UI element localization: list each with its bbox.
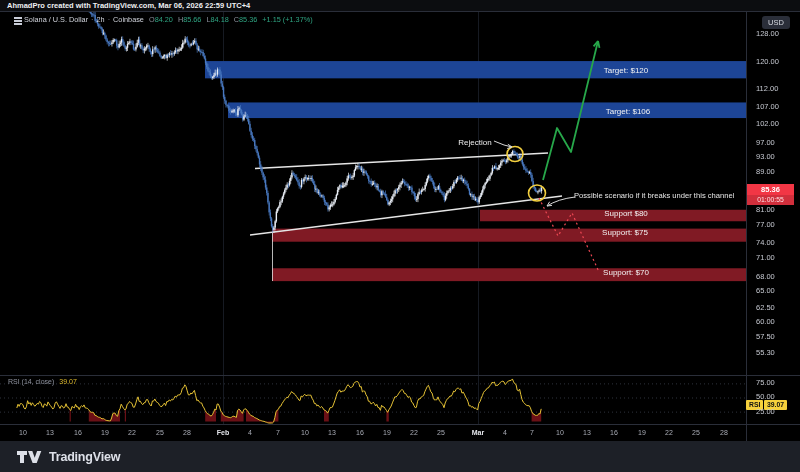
level-label-4: Support: $70 [603,268,649,277]
time-tick: 25 [437,429,445,436]
price-tick: 128.00 [756,29,779,38]
rejection-annotation: Rejection [458,138,491,147]
scenario-annotation: Possible scenario if it breaks under thi… [574,191,734,200]
price-tick: 107.00 [756,102,779,111]
attribution-text: AhmadPro created with TradingView.com, M… [7,1,250,10]
time-tick: 25 [156,429,164,436]
symbol-legend: Solana / U.S. Dollar·2h·CoinbaseO84.20H8… [24,15,313,24]
interval-label[interactable]: 2h [97,15,105,24]
time-tick: 25 [692,429,700,436]
price-tick: 50.00 [756,392,775,401]
time-tick: 22 [410,429,418,436]
time-tick: 4 [503,429,507,436]
price-tick: 55.30 [756,348,775,357]
exchange-label: Coinbase [113,15,144,24]
level-label-1: Target: $106 [606,107,650,116]
rsi-value: 39.07 [59,378,77,385]
time-tick: 13 [583,429,591,436]
price-tick: 89.00 [756,167,775,176]
price-tick: 93.00 [756,152,775,161]
time-tick: 19 [101,429,109,436]
price-tick: 97.00 [756,138,775,147]
symbol-name[interactable]: Solana / U.S. Dollar [24,15,88,24]
price-tick: 112.00 [756,84,778,93]
footer-bar: TradingView [0,441,800,472]
time-tick: 10 [301,429,309,436]
time-tick: 7 [530,429,534,436]
price-tick: 65.00 [756,286,775,295]
price-tick: 81.00 [756,205,775,214]
low-value: 84.18 [211,15,229,24]
price-tick: 62.50 [756,303,775,312]
rsi-indicator-legend[interactable]: RSI (14, close)39.07 [8,378,77,385]
time-tick: 16 [74,429,82,436]
close-value: 85.36 [239,15,257,24]
time-tick: 4 [248,429,252,436]
time-tick: 16 [610,429,618,436]
open-value: 84.20 [155,15,173,24]
price-axis[interactable]: USD 85.36 01:00:55 RSI 39.07 128.00120.0… [746,0,800,441]
price-tick: 60.00 [756,317,775,326]
time-tick: 13 [328,429,336,436]
time-tick: 22 [128,429,136,436]
level-label-0: Target: $120 [604,66,648,75]
chart-canvas[interactable] [0,0,800,472]
price-tick: 75.00 [756,378,775,387]
solana-logo-icon [14,17,22,25]
time-tick: 16 [356,429,364,436]
time-tick: 19 [383,429,391,436]
price-tick: 68.00 [756,272,775,281]
price-tick: 77.00 [756,220,775,229]
time-tick: Feb [217,429,229,436]
usd-button[interactable]: USD [762,16,790,29]
time-tick: 10 [19,429,27,436]
tradingview-chart-window: AhmadPro created with TradingView.com, M… [0,0,800,472]
price-tick: 74.00 [756,238,775,247]
bar-countdown: 01:00:55 [747,195,794,205]
time-tick: 19 [638,429,646,436]
time-tick: 10 [556,429,564,436]
price-tick: 25.00 [756,407,775,416]
level-label-3: Support: $75 [602,228,648,237]
time-tick: 22 [665,429,673,436]
change-value: +1.15 (+1.37%) [262,15,312,24]
tradingview-brand-text[interactable]: TradingView [49,450,120,464]
legend-separator: · [91,15,93,24]
price-tick: 102.00 [756,119,779,128]
price-tick: 120.00 [756,57,779,66]
high-value: 85.66 [183,15,201,24]
time-tick: 28 [183,429,191,436]
time-tick: 7 [276,429,280,436]
legend-separator: · [108,15,110,24]
tradingview-logo-icon[interactable] [16,449,42,464]
price-tick: 71.00 [756,253,775,262]
price-tick: 57.50 [756,332,775,341]
level-label-2: Support $80 [604,209,648,218]
time-tick: Mar [472,429,484,436]
rsi-title: RSI (14, close) [8,378,54,385]
last-price-value: 85.36 [747,184,794,195]
last-price-badge: 85.36 01:00:55 [747,184,794,205]
time-tick: 13 [46,429,54,436]
time-axis[interactable]: 10131619222528Feb47101316192225Mar471013… [0,425,746,441]
attribution-bar: AhmadPro created with TradingView.com, M… [0,0,800,11]
time-tick: 28 [720,429,728,436]
